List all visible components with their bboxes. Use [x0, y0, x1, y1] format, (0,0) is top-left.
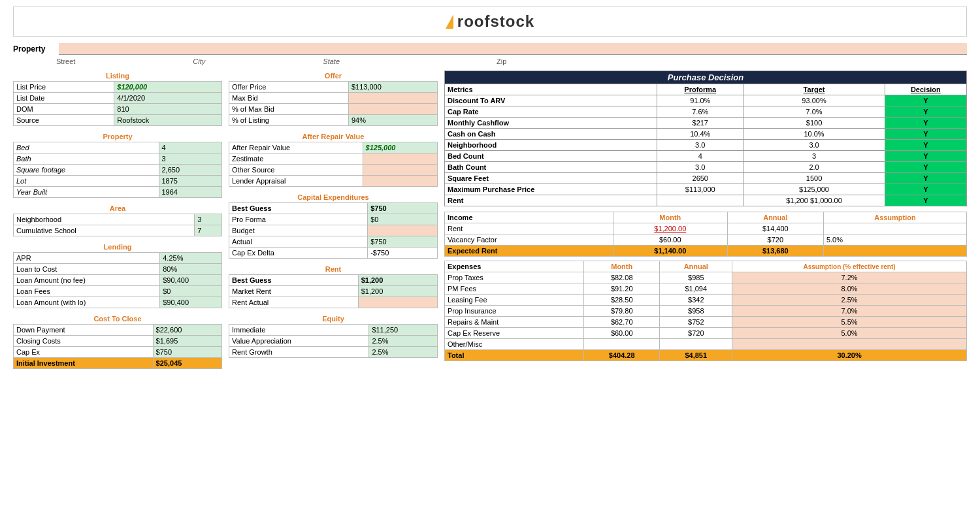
sqft-value[interactable]: 2,650 [159, 165, 222, 176]
pct-listing-value[interactable]: 94% [348, 115, 437, 126]
bed-count-decision: Y [885, 151, 966, 162]
offer-price-value[interactable]: $113,000 [348, 82, 437, 93]
metrics-header: Metrics [445, 84, 657, 95]
list-date-value[interactable]: 4/1/2020 [114, 93, 222, 104]
capex-delta-value[interactable]: -$750 [368, 248, 438, 259]
pct-max-bid-value[interactable] [348, 104, 437, 115]
capex-best-value[interactable]: $750 [368, 203, 438, 214]
lender-appraisal-value[interactable] [363, 176, 437, 187]
market-rent-value[interactable]: $1,200 [358, 286, 437, 297]
expected-rent-annual: $13,680 [727, 246, 823, 257]
lending-table: APR 4.25% Loan to Cost 80% Loan Amount (… [13, 252, 222, 308]
rent-growth-value[interactable]: 2.5% [369, 347, 438, 358]
rent-actual-label: Rent Actual [229, 297, 359, 308]
rent-best-value[interactable]: $1,200 [358, 275, 437, 286]
rent-actual-value[interactable] [358, 297, 437, 308]
neighborhood-pd-proforma: 3.0 [657, 140, 743, 151]
other-misc-annual [660, 339, 732, 350]
capex-reserve-assumption: 5.0% [732, 328, 967, 339]
school-value[interactable]: 7 [195, 225, 222, 236]
income-assumption-header: Assumption [823, 212, 966, 223]
bed-value[interactable]: 4 [159, 142, 222, 153]
rent-table: Best Guess $1,200 Market Rent $1,200 Ren… [229, 274, 438, 308]
income-table: Income Month Annual Assumption Rent $1,2… [444, 212, 967, 257]
prop-insurance-annual: $958 [660, 306, 732, 317]
purchase-decision-section: Purchase Decision Metrics Proforma Targe… [444, 71, 967, 206]
other-source-value[interactable] [363, 165, 437, 176]
neighborhood-value[interactable]: 3 [195, 214, 222, 225]
lot-value[interactable]: 1875 [159, 176, 222, 187]
bed-label: Bed [14, 142, 159, 153]
loan-amount-nofee-value[interactable]: $90,400 [160, 275, 222, 286]
loan-amount-nofee-row: Loan Amount (no fee) $90,400 [14, 275, 222, 286]
capex-title: Capital Expenditures [229, 192, 438, 202]
down-payment-value[interactable]: $22,600 [153, 325, 221, 336]
dom-value[interactable]: 810 [114, 104, 222, 115]
area-title: Area [13, 203, 222, 214]
max-purchase-decision: Y [885, 184, 966, 195]
initial-investment-value[interactable]: $25,045 [153, 358, 221, 369]
rent-actual-row: Rent Actual [229, 297, 438, 308]
dom-label: DOM [14, 104, 114, 115]
income-col-label: Income [445, 212, 613, 223]
vacancy-month: $60.00 [613, 234, 727, 246]
cost-to-close-section: Cost To Close Down Payment $22,600 Closi… [13, 313, 222, 369]
pm-fees-assumption: 8.0% [732, 283, 967, 295]
source-row: Source Roofstock [14, 115, 222, 126]
capex-proforma-value[interactable]: $0 [368, 214, 438, 225]
zestimate-value[interactable] [363, 153, 437, 165]
lender-appraisal-label: Lender Appraisal [229, 176, 363, 187]
prop-taxes-annual: $985 [660, 272, 732, 283]
property-details-table: Bed 4 Bath 3 Square footage 2,650 Lot 18… [13, 142, 222, 198]
list-price-row: List Price $120,000 [14, 82, 222, 93]
capex-budget-label: Budget [229, 225, 368, 236]
square-feet-label: Square Feet [445, 173, 657, 184]
expenses-assumption-header: Assumption (% effective rent) [732, 261, 967, 272]
year-built-value[interactable]: 1964 [159, 187, 222, 198]
vacancy-assumption: 5.0% [823, 234, 966, 246]
property-row: Property [13, 43, 967, 55]
city-label: City [193, 57, 205, 65]
neighborhood-pd-label: Neighborhood [445, 140, 657, 151]
list-price-value[interactable]: $120,000 [114, 82, 222, 93]
zestimate-row: Zestimate [229, 153, 438, 165]
income-annual-header: Annual [727, 212, 823, 223]
arv-value[interactable]: $125,000 [363, 142, 437, 153]
capex-actual-value[interactable]: $750 [368, 236, 438, 248]
loan-to-cost-value[interactable]: 80% [160, 264, 222, 275]
equity-title: Equity [229, 313, 438, 324]
purchase-decision-table: Purchase Decision Metrics Proforma Targe… [444, 71, 967, 206]
equity-table: Immediate $11,250 Value Appreciation 2.5… [229, 324, 438, 358]
cash-on-cash-label: Cash on Cash [445, 129, 657, 140]
equity-section: Equity Immediate $11,250 Value Appreciat… [229, 313, 438, 358]
rent-pd-proforma [657, 195, 743, 206]
lending-title: Lending [13, 242, 222, 252]
listing-title: Listing [13, 71, 222, 81]
value-appreciation-value[interactable]: 2.5% [369, 336, 438, 347]
loan-fees-value[interactable]: $0 [160, 286, 222, 297]
property-label: Property [13, 44, 52, 54]
loan-fees-label: Loan Fees [14, 286, 160, 297]
property-address-bar[interactable] [59, 43, 967, 55]
capex-proforma-row: Pro Forma $0 [229, 214, 438, 225]
max-bid-value[interactable] [348, 93, 437, 104]
closing-costs-row: Closing Costs $1,695 [14, 336, 222, 347]
logo: roofstock [19, 12, 961, 31]
pm-fees-label: PM Fees [445, 283, 584, 295]
max-purchase-label: Maximum Purchase Price [445, 184, 657, 195]
neighborhood-row: Neighborhood 3 [14, 214, 222, 225]
closing-costs-value[interactable]: $1,695 [153, 336, 221, 347]
immediate-value[interactable]: $11,250 [369, 325, 438, 336]
prop-insurance-assumption: 7.0% [732, 306, 967, 317]
bath-value[interactable]: 3 [159, 153, 222, 165]
source-value[interactable]: Roofstock [114, 115, 222, 126]
max-purchase-target: $125,000 [743, 184, 885, 195]
expenses-header-row: Expenses Month Annual Assumption (% effe… [445, 261, 967, 272]
apr-value[interactable]: 4.25% [160, 253, 222, 264]
leasing-fee-row: Leasing Fee $28.50 $342 2.5% [445, 295, 967, 306]
cap-ex-cost-value[interactable]: $750 [153, 347, 221, 358]
loan-amount-withlo-value[interactable]: $90,400 [160, 297, 222, 308]
purchase-decision-header: Purchase Decision [445, 71, 967, 84]
prop-insurance-row: Prop Insurance $79.80 $958 7.0% [445, 306, 967, 317]
capex-budget-value[interactable] [368, 225, 438, 236]
